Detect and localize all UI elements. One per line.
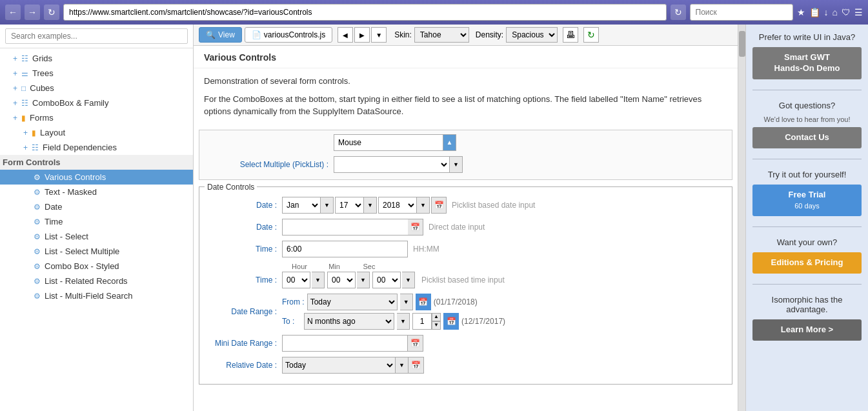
file-button[interactable]: 📄 variousControls.js [245,27,332,43]
select-multiple-select[interactable] [334,156,450,173]
from-row: From : Today ▼ 📅 (01/17/2018) [282,294,505,310]
time1-input[interactable]: 6:00 [282,241,408,257]
mouse-input-area: Mouse ▲ [334,134,456,151]
min-col-label: Min [317,263,352,270]
mini-cal-btn[interactable]: 📅 [408,335,423,352]
scroll-thumb[interactable] [739,31,745,57]
sidebar-item-cubes[interactable]: + □ Cubes [0,81,193,95]
to-dropdown[interactable]: ▼ [397,313,410,330]
mini-date-range-row: Mini Date Range : 📅 [205,335,727,352]
time1-label: Time : [205,245,282,254]
contact-subtitle: We'd love to hear from you! [752,115,862,123]
search-bar[interactable] [690,4,793,21]
sidebar-label-trees: Trees [32,68,54,78]
next-button[interactable]: ▶ [354,27,370,43]
skin-select[interactable]: Tahoe Enterprise Flat Material [414,27,469,43]
year-dropdown[interactable]: ▼ [417,197,430,214]
from-cal-btn[interactable]: 📅 [416,294,431,310]
to-num-input[interactable] [412,313,432,330]
sidebar-item-grids[interactable]: + ☷ Grids [0,51,193,66]
sec-col-label: Sec [352,263,387,270]
mouse-input[interactable]: Mouse [334,134,443,151]
to-num-spinner: ▲ ▼ [432,313,441,330]
day-dropdown[interactable]: ▼ [364,197,377,214]
date2-cal-btn[interactable]: 📅 [408,219,423,236]
to-row: To : N months ago ▼ ▲ ▼ [282,313,505,330]
year-select[interactable]: 2018 [378,197,417,214]
scrollbar[interactable] [738,25,745,411]
min-dropdown[interactable]: ▼ [357,272,370,288]
sidebar: + ☷ Grids + ⚌ Trees + □ Cubes + ☷ ComboB… [0,25,194,411]
hour-dropdown[interactable]: ▼ [312,272,325,288]
to-spin-down[interactable]: ▼ [432,321,441,330]
sidebar-label-cubes: Cubes [30,83,54,93]
min-select[interactable]: 00 [327,272,356,288]
pricing-button[interactable]: Editions & Pricing [752,252,862,274]
relative-date-cal-btn[interactable]: 📅 [409,357,424,374]
sidebar-item-forms[interactable]: + ▮ Forms [0,110,193,125]
date1-cal-btn[interactable]: 📅 [431,197,447,214]
menu-icon[interactable]: ☰ [854,7,863,17]
month-select[interactable]: JanFebMar [282,197,321,214]
day-select[interactable]: 17 [335,197,364,214]
sidebar-item-time[interactable]: ⚙ Time [0,214,193,229]
date2-input[interactable] [282,219,408,236]
month-dropdown[interactable]: ▼ [321,197,334,214]
smart-gwt-button[interactable]: Smart GWTHands-On Demo [752,47,862,79]
sec-dropdown[interactable]: ▼ [402,272,415,288]
from-dropdown[interactable]: ▼ [400,294,413,310]
sidebar-item-various-controls[interactable]: ⚙ Various Controls [0,170,193,185]
gear-icon-ls: ⚙ [34,232,41,241]
view-button[interactable]: 🔍 View [199,27,242,43]
forward-button[interactable]: → [25,5,40,20]
mouse-picklist-btn[interactable]: ▲ [443,134,456,151]
mini-date-range-input[interactable] [282,335,408,352]
sidebar-item-field-deps[interactable]: + ☷ Field Dependencies [0,140,193,155]
date-range-inputs: From : Today ▼ 📅 (01/17/2018) To : N mon… [282,294,505,330]
dropdown-button[interactable]: ▼ [371,27,387,43]
back-button[interactable]: ← [5,5,21,20]
sidebar-item-trees[interactable]: + ⚌ Trees [0,66,193,81]
sidebar-item-combobox[interactable]: + ☷ ComboBox & Family [0,95,193,110]
refresh-icon-button[interactable]: ↻ [583,27,599,43]
history-icon[interactable]: 📋 [809,7,820,17]
skin-label: Skin: [394,30,412,39]
sec-select[interactable]: 00 [372,272,401,288]
sidebar-item-text-masked[interactable]: ⚙ Text - Masked [0,185,193,199]
date1-inputs: JanFebMar ▼ 17 ▼ 2018 ▼ 📅 [282,197,535,214]
learn-button[interactable]: Learn More > [752,319,862,341]
main-layout: + ☷ Grids + ⚌ Trees + □ Cubes + ☷ ComboB… [0,25,868,411]
density-select[interactable]: Spacious Compact Dense [506,27,558,43]
sidebar-item-combo-styled[interactable]: ⚙ Combo Box - Styled [0,259,193,274]
sidebar-item-list-multifield[interactable]: ⚙ List - Multi-Field Search [0,288,193,303]
sidebar-item-list-select-multiple[interactable]: ⚙ List - Select Multiple [0,244,193,259]
hour-select[interactable]: 00 [282,272,310,288]
search-input[interactable] [5,28,188,44]
from-select[interactable]: Today [307,294,398,310]
trial-button[interactable]: Free Trial60 days [752,185,862,217]
to-select[interactable]: N months ago [304,313,394,330]
bookmark-icon[interactable]: ★ [797,7,805,17]
plus-icon-forms: + [13,114,17,123]
print-button[interactable]: 🖶 [563,27,578,43]
reload-button[interactable]: ↻ [44,5,59,20]
download-icon[interactable]: ↓ [824,7,829,17]
sidebar-item-layout[interactable]: + ▮ Layout [0,125,193,140]
sidebar-item-date[interactable]: ⚙ Date [0,199,193,214]
sidebar-label-combobox: ComboBox & Family [32,98,108,108]
home-icon[interactable]: ⌂ [833,7,838,17]
sidebar-label-time: Time [45,217,63,226]
to-spin-up[interactable]: ▲ [432,313,441,321]
sidebar-item-list-select[interactable]: ⚙ List - Select [0,229,193,244]
shield-icon[interactable]: 🛡 [842,7,851,17]
relative-date-dropdown[interactable]: ▼ [396,357,409,374]
sidebar-item-list-related[interactable]: ⚙ List - Related Records [0,274,193,288]
to-cal-btn[interactable]: 📅 [443,313,459,330]
relative-date-select[interactable]: Today [282,357,396,374]
refresh-button[interactable]: ↻ [671,5,686,20]
grid-icon-fd: ☷ [32,143,39,152]
url-bar[interactable] [63,4,667,21]
select-multiple-dropdown[interactable]: ▼ [450,156,463,173]
prev-button[interactable]: ◀ [338,27,353,43]
contact-button[interactable]: Contact Us [752,127,862,148]
